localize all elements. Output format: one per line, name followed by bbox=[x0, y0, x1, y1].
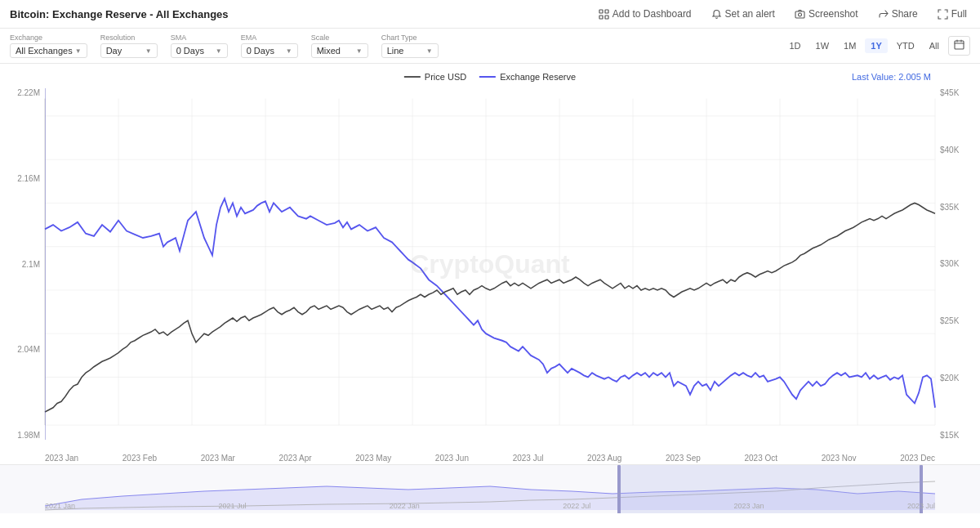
y-axis-left: 2.22M 2.16M 2.1M 2.04M 1.98M bbox=[0, 88, 45, 440]
camera-icon bbox=[795, 9, 805, 20]
time-selector: 1D 1W 1M 1Y YTD All bbox=[783, 36, 970, 56]
legend-price: Price USD bbox=[404, 72, 466, 82]
ema-chevron-icon: ▼ bbox=[286, 47, 292, 55]
resolution-chevron-icon: ▼ bbox=[145, 47, 152, 55]
svg-rect-4 bbox=[795, 11, 804, 18]
chart-type-selector: Chart Type Line ▼ bbox=[381, 34, 439, 58]
set-alert-button[interactable]: Set an alert bbox=[708, 7, 778, 21]
exchange-selector: Exchange All Exchanges ▼ bbox=[10, 34, 87, 58]
screenshot-button[interactable]: Screenshot bbox=[791, 7, 862, 21]
dashboard-icon bbox=[599, 9, 609, 20]
mini-x-label-4: 2022 Jul bbox=[563, 502, 590, 510]
time-1d-button[interactable]: 1D bbox=[783, 38, 806, 53]
sma-label: SMA bbox=[171, 34, 228, 42]
fullscreen-icon bbox=[938, 9, 948, 20]
chart-vertical-line bbox=[45, 88, 46, 440]
exchange-chevron-icon: ▼ bbox=[75, 47, 82, 55]
main-chart-svg bbox=[0, 64, 980, 464]
x-label-jan: 2023 Jan bbox=[45, 454, 78, 463]
resolution-selector: Resolution Day ▼ bbox=[100, 34, 158, 58]
ema-dropdown[interactable]: 0 Days ▼ bbox=[241, 43, 298, 58]
x-label-aug: 2023 Aug bbox=[587, 454, 621, 463]
svg-point-5 bbox=[798, 13, 801, 16]
time-1m-button[interactable]: 1M bbox=[838, 38, 862, 53]
share-button[interactable]: Share bbox=[875, 7, 921, 21]
share-icon bbox=[878, 9, 889, 20]
svg-rect-6 bbox=[955, 41, 964, 49]
scale-label: Scale bbox=[311, 34, 368, 42]
fullscreen-button[interactable]: Full bbox=[934, 7, 970, 21]
mini-x-label-6: 2023 Jul bbox=[907, 502, 935, 510]
mini-chart[interactable]: 2021 Jan 2021 Jul 2022 Jan 2022 Jul 2023… bbox=[0, 464, 980, 513]
calendar-icon bbox=[954, 39, 964, 50]
ema-selector: EMA 0 Days ▼ bbox=[241, 34, 298, 58]
sma-selector: SMA 0 Days ▼ bbox=[171, 34, 228, 58]
svg-rect-0 bbox=[599, 10, 603, 13]
page-title: Bitcoin: Exchange Reserve - All Exchange… bbox=[10, 8, 229, 20]
time-1w-button[interactable]: 1W bbox=[810, 38, 835, 53]
time-all-button[interactable]: All bbox=[924, 38, 945, 53]
y-right-label-4: $30K bbox=[940, 259, 959, 268]
last-value-label: Last Value: 2.005 M bbox=[852, 72, 931, 82]
exchange-label: Exchange bbox=[10, 34, 87, 42]
add-dashboard-button[interactable]: Add to Dashboard bbox=[595, 7, 695, 21]
mini-x-label-1: 2021 Jan bbox=[45, 502, 75, 510]
toolbar-left: Exchange All Exchanges ▼ Resolution Day … bbox=[10, 34, 439, 58]
sma-chevron-icon: ▼ bbox=[216, 47, 222, 55]
time-ytd-button[interactable]: YTD bbox=[891, 38, 920, 53]
mini-x-label-2: 2021 Jul bbox=[218, 502, 246, 510]
ema-label: EMA bbox=[241, 34, 298, 42]
y-left-label-2: 2.16M bbox=[17, 174, 40, 183]
reserve-legend-line bbox=[479, 76, 496, 78]
chart-type-label: Chart Type bbox=[381, 34, 439, 42]
chart-legend: Price USD Exchange Reserve bbox=[404, 72, 576, 82]
y-right-label-7: $15K bbox=[940, 431, 959, 440]
x-label-jun: 2023 Jun bbox=[435, 454, 469, 463]
x-label-oct: 2023 Oct bbox=[744, 454, 777, 463]
mini-x-axis: 2021 Jan 2021 Jul 2022 Jan 2022 Jul 2023… bbox=[45, 502, 935, 510]
exchange-dropdown[interactable]: All Exchanges ▼ bbox=[10, 43, 87, 58]
page-header: Bitcoin: Exchange Reserve - All Exchange… bbox=[0, 0, 980, 29]
y-left-label-4: 2.04M bbox=[17, 345, 40, 354]
resolution-dropdown[interactable]: Day ▼ bbox=[100, 43, 158, 58]
x-label-feb: 2023 Feb bbox=[122, 454, 157, 463]
resolution-label: Resolution bbox=[100, 34, 158, 42]
y-left-label-1: 2.22M bbox=[17, 88, 40, 97]
y-right-label-5: $25K bbox=[940, 316, 959, 325]
y-left-label-5: 1.98M bbox=[17, 431, 40, 440]
mini-x-label-5: 2023 Jan bbox=[734, 502, 764, 510]
chart-toolbar: Exchange All Exchanges ▼ Resolution Day … bbox=[0, 29, 980, 64]
svg-rect-1 bbox=[605, 10, 608, 13]
x-label-sep: 2023 Sep bbox=[666, 454, 701, 463]
reserve-legend-label: Exchange Reserve bbox=[500, 72, 576, 82]
price-usd-line bbox=[45, 203, 935, 412]
calendar-button[interactable] bbox=[948, 36, 970, 56]
y-axis-right: $45K $40K $35K $30K $25K $20K $15K bbox=[935, 88, 980, 440]
svg-rect-2 bbox=[599, 16, 603, 19]
y-right-label-2: $40K bbox=[940, 145, 959, 154]
x-label-mar: 2023 Mar bbox=[201, 454, 235, 463]
scale-chevron-icon: ▼ bbox=[356, 47, 363, 55]
sma-dropdown[interactable]: 0 Days ▼ bbox=[171, 43, 228, 58]
y-left-label-3: 2.1M bbox=[22, 260, 40, 269]
x-axis-labels: 2023 Jan 2023 Feb 2023 Mar 2023 Apr 2023… bbox=[45, 454, 935, 463]
legend-reserve: Exchange Reserve bbox=[479, 72, 576, 82]
scale-selector: Scale Mixed ▼ bbox=[311, 34, 368, 58]
x-label-may: 2023 May bbox=[355, 454, 391, 463]
main-chart-area[interactable]: Price USD Exchange Reserve Last Value: 2… bbox=[0, 64, 980, 464]
x-label-jul: 2023 Jul bbox=[513, 454, 544, 463]
x-label-apr: 2023 Apr bbox=[279, 454, 312, 463]
time-1y-button[interactable]: 1Y bbox=[865, 38, 887, 53]
bell-icon bbox=[711, 9, 722, 20]
y-right-label-3: $35K bbox=[940, 203, 959, 212]
price-legend-line bbox=[404, 76, 421, 78]
header-actions: Add to Dashboard Set an alert Screenshot… bbox=[595, 7, 970, 21]
scale-dropdown[interactable]: Mixed ▼ bbox=[311, 43, 368, 58]
price-legend-label: Price USD bbox=[425, 72, 466, 82]
x-label-nov: 2023 Nov bbox=[822, 454, 857, 463]
y-right-label-6: $20K bbox=[940, 374, 959, 383]
mini-x-label-3: 2022 Jan bbox=[390, 502, 420, 510]
chart-type-dropdown[interactable]: Line ▼ bbox=[381, 43, 439, 58]
exchange-reserve-line bbox=[45, 199, 935, 408]
x-label-dec: 2023 Dec bbox=[900, 454, 935, 463]
